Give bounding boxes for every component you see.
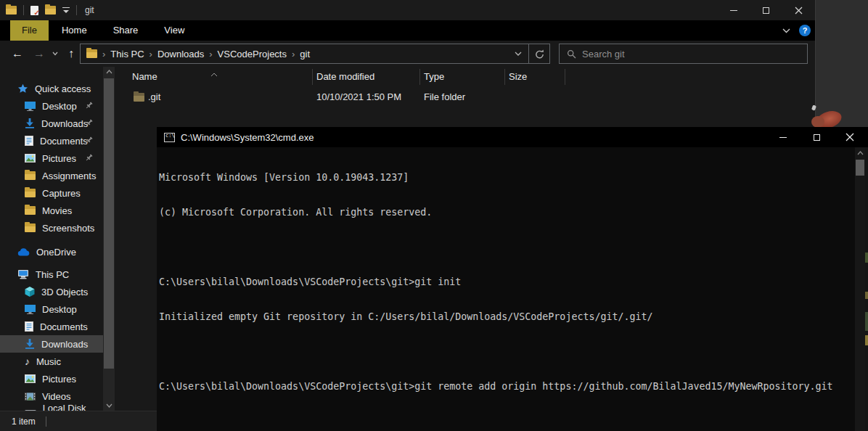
breadcrumb-item-git[interactable]: git bbox=[300, 49, 310, 59]
folder-icon bbox=[6, 6, 17, 15]
quick-access-toolbar: git bbox=[0, 5, 94, 15]
cmd-titlebar: c:\ C:\Windows\System32\cmd.exe bbox=[157, 127, 868, 147]
maximize-icon bbox=[763, 7, 769, 14]
up-button[interactable]: ↑ bbox=[62, 45, 80, 62]
minimize-button[interactable] bbox=[717, 0, 750, 20]
folder-icon[interactable] bbox=[45, 6, 56, 15]
scroll-up-arrow-icon[interactable] bbox=[855, 148, 865, 158]
sidebar-item-pc-downloads[interactable]: Downloads bbox=[0, 335, 103, 353]
expand-ribbon-chevron-icon[interactable] bbox=[782, 28, 790, 33]
cmd-close-button[interactable] bbox=[833, 127, 867, 147]
scrollbar-thumb[interactable] bbox=[856, 160, 864, 176]
desktop: git File Home Share View ? ← → bbox=[0, 0, 868, 431]
refresh-icon bbox=[535, 49, 544, 59]
close-icon bbox=[795, 7, 803, 15]
scrollbar-thumb[interactable] bbox=[104, 78, 114, 369]
toolbar-dropdown-icon[interactable] bbox=[62, 7, 70, 13]
sidebar-item-pc-pictures[interactable]: Pictures bbox=[0, 370, 103, 387]
folder-icon bbox=[25, 171, 36, 180]
column-separator[interactable] bbox=[504, 69, 505, 85]
cmd-line: C:\Users\bilal\Downloads\VSCodeProjects\… bbox=[159, 381, 855, 393]
cmd-minimize-button[interactable] bbox=[766, 127, 800, 147]
sidebar-item-downloads[interactable]: Downloads bbox=[0, 115, 103, 132]
cube-icon bbox=[25, 287, 35, 297]
tab-home[interactable]: Home bbox=[49, 20, 100, 41]
maximize-icon bbox=[814, 134, 820, 141]
forward-button[interactable]: → bbox=[30, 45, 48, 62]
breadcrumb: › This PC › Downloads › VSCodeProjects ›… bbox=[81, 49, 310, 59]
cmd-title: C:\Windows\System32\cmd.exe bbox=[181, 132, 314, 143]
address-bar[interactable]: › This PC › Downloads › VSCodeProjects ›… bbox=[80, 44, 550, 64]
sidebar-item-music[interactable]: ♪ Music bbox=[0, 353, 103, 370]
scroll-down-arrow-icon[interactable] bbox=[103, 401, 115, 411]
file-type: File folder bbox=[424, 87, 465, 107]
column-separator[interactable] bbox=[565, 69, 565, 85]
search-icon bbox=[567, 49, 576, 59]
breadcrumb-chevron-icon[interactable]: › bbox=[102, 49, 105, 59]
sidebar-item-movies[interactable]: Movies bbox=[0, 202, 103, 219]
desktop-sliver bbox=[865, 312, 868, 331]
maximize-button[interactable] bbox=[750, 0, 782, 20]
close-button[interactable] bbox=[782, 0, 815, 20]
column-header-date-modified[interactable]: Date modified bbox=[316, 67, 374, 87]
tab-file[interactable]: File bbox=[10, 20, 49, 41]
breadcrumb-item-downloads[interactable]: Downloads bbox=[157, 49, 204, 59]
sidebar-item-pc-documents[interactable]: Documents bbox=[0, 318, 103, 335]
checked-document-icon[interactable] bbox=[30, 6, 38, 15]
breadcrumb-chevron-icon[interactable]: › bbox=[292, 49, 295, 59]
back-button[interactable]: ← bbox=[9, 45, 26, 62]
sidebar-item-desktop[interactable]: Desktop bbox=[0, 97, 103, 115]
pictures-icon bbox=[25, 154, 36, 163]
breadcrumb-chevron-icon[interactable]: › bbox=[150, 49, 152, 59]
separator bbox=[46, 416, 46, 427]
refresh-button[interactable] bbox=[529, 44, 549, 63]
desktop-icon bbox=[25, 305, 36, 314]
desktop-sliver bbox=[865, 147, 868, 431]
search-box[interactable] bbox=[559, 44, 808, 64]
sidebar-item-local-disk[interactable]: Local Disk (C:) bbox=[0, 405, 103, 411]
scroll-up-arrow-icon[interactable] bbox=[103, 67, 115, 77]
column-header-name[interactable]: Name bbox=[132, 67, 157, 87]
minimize-icon bbox=[730, 10, 737, 11]
sidebar-item-screenshots[interactable]: Screenshots bbox=[0, 219, 103, 237]
breadcrumb-chevron-icon[interactable]: › bbox=[209, 49, 212, 59]
tab-view[interactable]: View bbox=[151, 20, 197, 41]
column-separator[interactable] bbox=[312, 69, 313, 85]
cmd-scrollbar[interactable] bbox=[855, 147, 865, 431]
folder-icon bbox=[86, 49, 97, 58]
sidebar-item-3d-objects[interactable]: 3D Objects bbox=[0, 283, 103, 300]
navigation-pane: Quick access Desktop Downloads Documents… bbox=[0, 67, 116, 411]
cmd-line: C:\Users\bilal\Downloads\VSCodeProjects\… bbox=[159, 276, 855, 288]
address-dropdown-button[interactable] bbox=[508, 44, 528, 63]
separator bbox=[23, 5, 24, 15]
tab-share[interactable]: Share bbox=[100, 20, 152, 41]
sidebar-item-this-pc[interactable]: This PC bbox=[0, 266, 103, 283]
documents-icon bbox=[25, 136, 33, 146]
folder-icon bbox=[25, 223, 36, 232]
sidebar-item-pc-desktop[interactable]: Desktop bbox=[0, 300, 103, 318]
hidden-folder-icon bbox=[134, 93, 144, 102]
sidebar-item-assignments[interactable]: Assignments bbox=[0, 167, 103, 184]
desktop-sliver bbox=[865, 335, 868, 345]
help-button[interactable]: ? bbox=[799, 25, 811, 36]
sidebar-item-pictures[interactable]: Pictures bbox=[0, 149, 103, 167]
cmd-line bbox=[159, 242, 855, 253]
file-row-git[interactable]: .git 10/10/2021 1:50 PM File folder bbox=[116, 87, 581, 107]
recent-locations-chevron-icon[interactable] bbox=[49, 45, 61, 62]
column-header-type[interactable]: Type bbox=[424, 67, 444, 87]
this-pc-icon bbox=[17, 270, 29, 279]
sidebar-item-captures[interactable]: Captures bbox=[0, 184, 103, 202]
cmd-output[interactable]: Microsoft Windows [Version 10.0.19043.12… bbox=[157, 147, 855, 431]
cmd-line: Microsoft Windows [Version 10.0.19043.12… bbox=[159, 172, 855, 184]
sidebar-item-onedrive[interactable]: OneDrive bbox=[0, 243, 103, 260]
sidebar-scrollbar[interactable] bbox=[103, 67, 115, 411]
sidebar-item-quick-access[interactable]: Quick access bbox=[0, 80, 103, 97]
sidebar-item-documents[interactable]: Documents bbox=[0, 132, 103, 149]
search-input[interactable] bbox=[582, 49, 807, 59]
hand-cursor-artifact bbox=[811, 105, 844, 128]
breadcrumb-item-vscodeprojects[interactable]: VSCodeProjects bbox=[218, 49, 287, 59]
breadcrumb-item-this-pc[interactable]: This PC bbox=[110, 49, 144, 59]
column-separator[interactable] bbox=[419, 69, 420, 85]
cmd-maximize-button[interactable] bbox=[800, 127, 833, 147]
column-header-size[interactable]: Size bbox=[509, 67, 527, 87]
